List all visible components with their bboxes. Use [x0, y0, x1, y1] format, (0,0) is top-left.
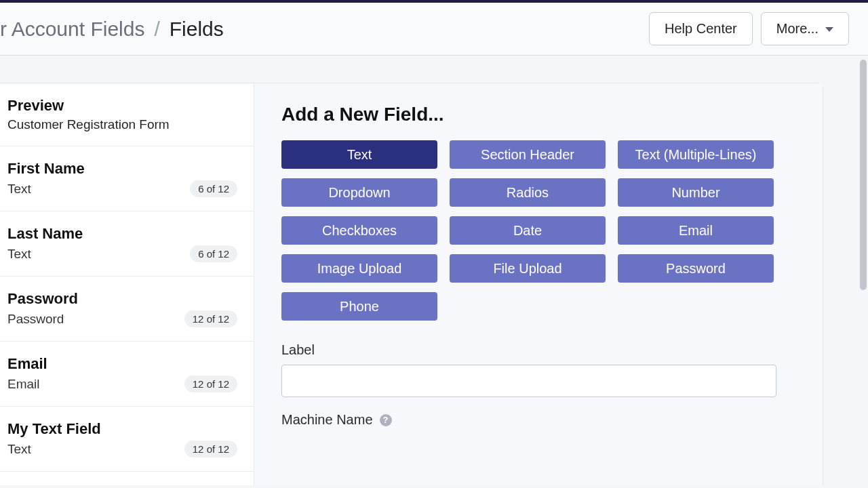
field-type-date[interactable]: Date	[450, 216, 606, 245]
field-title: My Text Field	[7, 420, 101, 438]
field-count-badge: 6 of 12	[190, 245, 237, 262]
new-field-form: Add a New Field... Text Section Header T…	[254, 83, 823, 485]
more-label: More...	[776, 21, 818, 37]
field-type-radios[interactable]: Radios	[450, 178, 606, 207]
field-type-section-header[interactable]: Section Header	[450, 140, 606, 169]
field-type-phone[interactable]: Phone	[281, 292, 437, 321]
field-title: First Name	[7, 160, 85, 178]
field-count-badge: 12 of 12	[184, 441, 237, 458]
field-type-file-upload[interactable]: File Upload	[450, 254, 606, 283]
field-type-email[interactable]: Email	[618, 216, 774, 245]
breadcrumb-current: Fields	[170, 18, 224, 41]
vertical-scrollbar[interactable]	[860, 60, 867, 466]
label-field-label: Label	[281, 342, 795, 358]
field-type-text-multiline[interactable]: Text (Multiple-Lines)	[618, 140, 774, 169]
more-button[interactable]: More...	[761, 12, 849, 45]
sidebar-field-item[interactable]: My Text Field Text 12 of 12	[0, 407, 254, 472]
field-type: Password	[7, 312, 64, 327]
field-type-image-upload[interactable]: Image Upload	[281, 254, 437, 283]
preview-subtitle: Customer Registration Form	[7, 117, 170, 132]
field-count-badge: 12 of 12	[184, 310, 237, 327]
sidebar-field-item[interactable]: Last Name Text 6 of 12	[0, 211, 254, 277]
field-title: Email	[7, 355, 47, 373]
breadcrumb: r Account Fields / Fields	[0, 18, 224, 41]
main-panel: Preview Customer Registration Form First…	[0, 83, 823, 485]
form-heading: Add a New Field...	[281, 104, 795, 125]
help-center-button[interactable]: Help Center	[649, 12, 753, 45]
field-count-badge: 12 of 12	[184, 375, 237, 392]
field-type-text[interactable]: Text	[281, 140, 437, 169]
page-header: r Account Fields / Fields Help Center Mo…	[0, 3, 868, 56]
sidebar-field-item[interactable]: Password Password 12 of 12	[0, 277, 254, 342]
sidebar-field-item[interactable]: Email Email 12 of 12	[0, 342, 254, 407]
field-type-password[interactable]: Password	[618, 254, 774, 283]
field-type-number[interactable]: Number	[618, 178, 774, 207]
breadcrumb-parent[interactable]: r Account Fields	[0, 18, 144, 41]
header-actions: Help Center More...	[649, 12, 849, 45]
field-type-dropdown[interactable]: Dropdown	[281, 178, 437, 207]
field-type: Text	[7, 247, 31, 262]
sidebar-preview-item[interactable]: Preview Customer Registration Form	[0, 83, 254, 146]
field-type: Text	[7, 182, 31, 197]
sidebar-field-item[interactable]: First Name Text 6 of 12	[0, 146, 254, 211]
label-input[interactable]	[281, 365, 776, 397]
chevron-down-icon	[825, 27, 833, 32]
help-center-label: Help Center	[665, 21, 737, 37]
machine-name-row: Machine Name ?	[281, 412, 795, 428]
preview-title: Preview	[7, 97, 64, 115]
field-type-checkboxes[interactable]: Checkboxes	[281, 216, 437, 245]
field-title: Last Name	[7, 225, 83, 243]
machine-name-label: Machine Name	[281, 412, 373, 428]
field-list-sidebar: Preview Customer Registration Form First…	[0, 83, 254, 485]
field-title: Password	[7, 290, 78, 308]
breadcrumb-separator: /	[154, 18, 159, 41]
scrollbar-thumb[interactable]	[860, 60, 867, 290]
help-icon[interactable]: ?	[380, 414, 392, 426]
field-type: Email	[7, 377, 40, 392]
field-type-grid: Text Section Header Text (Multiple-Lines…	[281, 140, 795, 321]
label-row: Label	[281, 342, 795, 397]
field-count-badge: 6 of 12	[190, 180, 237, 197]
field-type: Text	[7, 442, 31, 457]
content-area: Preview Customer Registration Form First…	[0, 56, 868, 485]
